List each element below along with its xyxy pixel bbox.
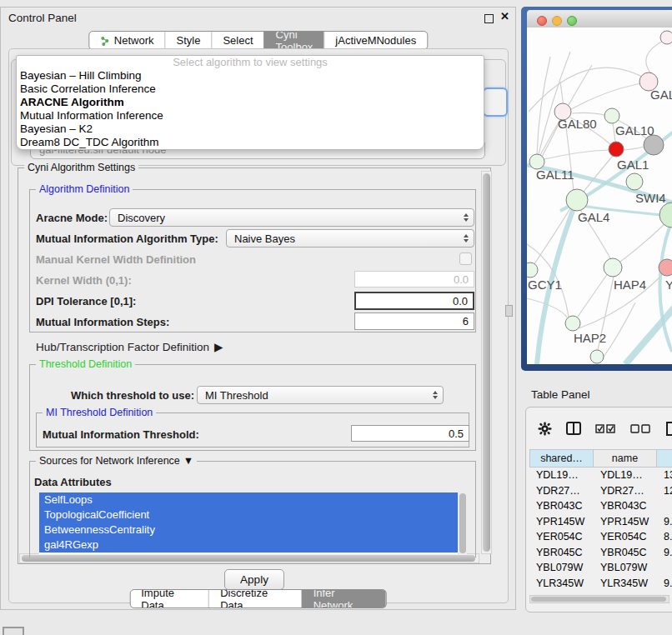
tab-select[interactable]: Select xyxy=(211,32,263,49)
network-node-swi4[interactable] xyxy=(626,173,643,190)
network-edge[interactable] xyxy=(537,57,550,154)
table-row[interactable]: YBR043CYBR043C xyxy=(529,498,672,514)
column-header-clipped[interactable] xyxy=(657,449,672,468)
group-title: Cyni Algorithm Settings xyxy=(24,162,138,173)
tab-network[interactable]: Network xyxy=(89,32,165,49)
network-edge[interactable] xyxy=(571,83,641,109)
network-edge[interactable] xyxy=(624,147,644,150)
tab-label: Network xyxy=(114,34,154,47)
mi-threshold-field[interactable]: 0.5 xyxy=(351,425,469,442)
column-header-name[interactable]: name xyxy=(594,449,657,468)
data-attribute-item[interactable]: TopologicalCoefficient xyxy=(39,508,458,522)
tab-discretize-data[interactable]: Discretize Data xyxy=(208,590,301,608)
network-node[interactable] xyxy=(659,202,672,228)
settings-vertical-scrollbar[interactable] xyxy=(481,171,492,554)
network-node[interactable] xyxy=(590,350,604,363)
data-attribute-item[interactable]: BetweennessCentrality xyxy=(39,522,458,538)
network-node[interactable] xyxy=(644,135,664,155)
network-edge[interactable] xyxy=(578,273,608,317)
table-row[interactable]: YBR045CYBR045C9. xyxy=(529,545,672,561)
network-edge[interactable] xyxy=(646,40,664,75)
spinner-arrows-icon xyxy=(464,234,469,242)
tab-impute-data[interactable]: Impute Data xyxy=(130,590,208,608)
algorithm-option[interactable]: Bayesian – K2 xyxy=(17,122,484,136)
tab-infer-network[interactable]: Infer Network xyxy=(302,590,386,608)
tab-style[interactable]: Style xyxy=(165,32,212,49)
network-node-gal10[interactable] xyxy=(604,108,619,123)
which-threshold-combo[interactable]: MI Threshold xyxy=(197,386,444,404)
node-label: HAP2 xyxy=(574,331,606,345)
node-label: GAL1 xyxy=(617,158,649,172)
minimize-traffic-light-icon[interactable] xyxy=(552,16,562,26)
table-row[interactable]: YER054CYER054C8. xyxy=(529,529,672,545)
network-node-gal4[interactable] xyxy=(566,189,588,211)
table-cell: YPR145W xyxy=(594,514,657,530)
table-cell: YBR043C xyxy=(529,498,594,514)
checked-pair-icon[interactable] xyxy=(595,424,616,433)
network-edge[interactable] xyxy=(620,223,665,262)
mi-steps-field[interactable]: 6 xyxy=(354,312,474,330)
node-table: shared… name YDL19…YDL19…13YDR27…YDR27…1… xyxy=(529,449,672,604)
table-row[interactable]: YDL19…YDL19…13 xyxy=(529,468,672,483)
network-edge[interactable] xyxy=(544,150,609,159)
mi-algorithm-type-combo[interactable]: Naive Bayes xyxy=(226,229,474,248)
table-panel: shared… name YDL19…YDL19…13YDR27…YDR27…1… xyxy=(525,407,672,612)
hub-definition-toggle[interactable]: Hub/Transcription Factor Definition▶ xyxy=(36,340,223,353)
algorithm-option[interactable]: Bayesian – Hill Climbing xyxy=(17,69,484,82)
tab-cyni-toolbox[interactable]: Cyni Toolbox xyxy=(264,32,324,49)
column-header-shared-name[interactable]: shared… xyxy=(529,449,594,468)
network-canvas[interactable]: GALGAL80GAL10GAL1SWI4GAL11GAL4GCY1HAP4YH… xyxy=(527,28,672,364)
expand-right-icon: ▶ xyxy=(214,340,223,353)
network-node[interactable] xyxy=(660,31,672,44)
close-icon[interactable]: ✕ xyxy=(500,10,509,22)
algorithm-option[interactable]: Basic Correlation Inference xyxy=(17,82,484,96)
data-attribute-item[interactable]: gal4RGexp xyxy=(39,538,458,552)
network-node-y[interactable] xyxy=(659,259,672,276)
sources-group-title[interactable]: Sources for Network Inference ▼ xyxy=(36,455,197,467)
split-columns-icon[interactable] xyxy=(566,422,581,435)
table-horizontal-scrollbar[interactable] xyxy=(529,595,669,603)
attributes-list-scrollbar[interactable] xyxy=(459,492,467,554)
data-attribute-item[interactable]: SelfLoops xyxy=(39,492,458,508)
table-row[interactable]: YLR345WYLR345W9. xyxy=(529,576,672,592)
table-cell: 9. xyxy=(657,545,672,561)
node-label: GAL4 xyxy=(578,210,609,224)
zoom-traffic-light-icon[interactable] xyxy=(567,16,577,26)
algorithm-option-list: Bayesian – Hill ClimbingBasic Correlatio… xyxy=(17,69,484,149)
table-cell: YIL052C xyxy=(529,591,594,593)
table-cell: YBR045C xyxy=(594,545,657,561)
split-pane-grip[interactable] xyxy=(505,305,513,317)
document-icon[interactable] xyxy=(665,422,672,436)
inference-algorithm-combo-partial[interactable] xyxy=(483,88,508,117)
network-edge[interactable] xyxy=(602,302,635,359)
table-row[interactable]: YDR27…YDR27…12 xyxy=(529,483,672,499)
algorithm-option[interactable]: Dream8 DC_TDC Algorithm xyxy=(17,136,484,149)
table-row[interactable]: YPR145WYPR145W9. xyxy=(529,514,672,530)
network-edge[interactable] xyxy=(539,52,570,154)
network-node-hap4[interactable] xyxy=(604,258,622,277)
table-row[interactable]: YIL052CYIL052C9. xyxy=(529,591,672,593)
network-node-gal1[interactable] xyxy=(609,142,624,157)
kernel-width-label: Kernel Width (0,1): xyxy=(36,274,132,287)
algorithm-option[interactable]: Mutual Information Inference xyxy=(17,109,484,122)
spinner-arrows-icon xyxy=(433,391,438,399)
minimized-panel-icon[interactable] xyxy=(3,627,24,635)
apply-button[interactable]: Apply xyxy=(224,569,284,590)
manual-kernel-width-checkbox[interactable] xyxy=(459,252,472,265)
network-node-gcy1[interactable] xyxy=(527,262,538,278)
float-panel-icon[interactable] xyxy=(484,14,494,23)
kernel-width-field[interactable]: 0.0 xyxy=(354,271,474,288)
data-attributes-list[interactable]: SelfLoopsTopologicalCoefficientBetweenne… xyxy=(39,492,458,554)
tab-jactivemnodules[interactable]: jActiveMNodules xyxy=(323,32,427,49)
table-row[interactable]: YBL079WYBL079W xyxy=(529,560,672,576)
network-node-hap2[interactable] xyxy=(565,316,580,331)
node-label: GAL11 xyxy=(536,168,574,182)
aracne-mode-combo[interactable]: Discovery xyxy=(109,208,474,227)
algorithm-option[interactable]: ARACNE Algorithm xyxy=(17,96,484,109)
network-edge[interactable] xyxy=(572,112,604,115)
node-label: SWI4 xyxy=(635,191,666,205)
close-traffic-light-icon[interactable] xyxy=(537,16,547,26)
unchecked-pair-icon[interactable] xyxy=(630,424,651,433)
gear-icon[interactable] xyxy=(538,422,552,436)
dpi-tolerance-field[interactable]: 0.0 xyxy=(354,292,474,310)
